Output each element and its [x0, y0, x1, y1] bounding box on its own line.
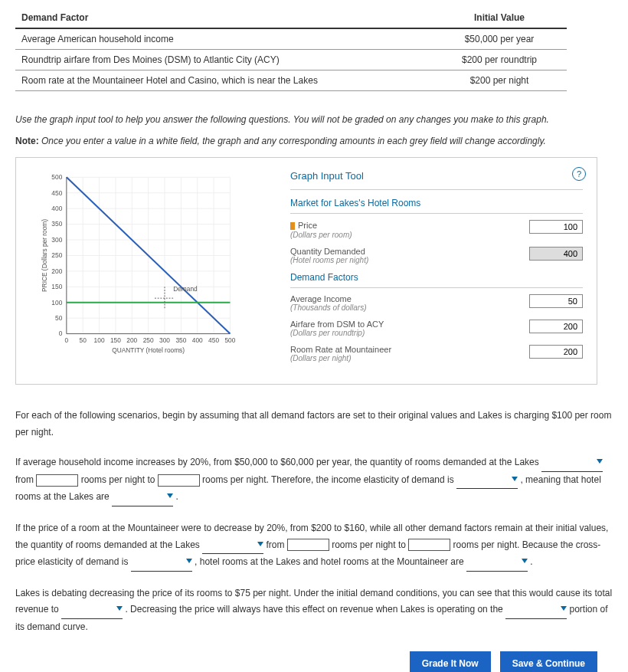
quantity-output: [529, 247, 583, 261]
svg-text:450: 450: [208, 336, 219, 344]
svg-text:300: 300: [51, 236, 62, 244]
svg-text:250: 250: [143, 336, 154, 344]
demand-factors-table: Demand Factor Initial Value Average Amer…: [15, 8, 567, 91]
airfare-input[interactable]: [529, 320, 583, 333]
q1-direction-dropdown[interactable]: [541, 454, 603, 472]
tool-title: Graph Input Tool: [290, 170, 583, 190]
q1-elasticity-dropdown[interactable]: [456, 472, 518, 490]
svg-text:100: 100: [94, 336, 105, 344]
q3-portion-dropdown[interactable]: [505, 602, 567, 619]
q2-relation-dropdown[interactable]: [466, 554, 528, 572]
q1-to-input[interactable]: [158, 474, 200, 487]
demand-series-label: Demand: [173, 285, 198, 293]
question-2: If the price of a room at the Mountainee…: [15, 520, 613, 572]
svg-text:200: 200: [51, 267, 62, 275]
button-row: Grade It Now Save & Continue Continue wi…: [15, 651, 597, 672]
svg-text:500: 500: [51, 173, 62, 181]
svg-text:400: 400: [192, 336, 203, 344]
airfare-row: Airfare from DSM to ACY (Dollars per rou…: [290, 320, 583, 337]
svg-text:0: 0: [59, 329, 63, 337]
price-input[interactable]: [529, 220, 583, 234]
demand-section-label: Demand Factors: [290, 272, 583, 288]
q2-direction-dropdown[interactable]: [202, 537, 263, 555]
q2-to-input[interactable]: [408, 539, 450, 551]
roomrate-row: Room Rate at Mountaineer (Dollars per ni…: [290, 345, 583, 362]
svg-text:450: 450: [51, 189, 62, 197]
header-value: Initial Value: [438, 12, 561, 23]
svg-text:350: 350: [51, 220, 62, 228]
demand-chart[interactable]: 0 50 100 150 200 250 300 350 400 450 500…: [30, 170, 260, 369]
svg-text:250: 250: [51, 251, 62, 259]
scenario-intro: For each of the following scenarios, beg…: [15, 408, 613, 441]
x-axis-label: QUANTITY (Hotel rooms): [112, 346, 185, 354]
q2-elasticity-dropdown[interactable]: [131, 554, 192, 572]
q1-from-input[interactable]: [36, 474, 78, 487]
chart-area: 0 50 100 150 200 250 300 350 400 450 500…: [30, 170, 275, 372]
svg-text:0: 0: [65, 336, 69, 344]
header-factor: Demand Factor: [21, 12, 438, 23]
table-row: Room rate at the Mountaineer Hotel and C…: [15, 70, 567, 91]
table-row: Average American household income $50,00…: [15, 29, 567, 50]
roomrate-input[interactable]: [529, 345, 583, 359]
svg-text:150: 150: [51, 283, 62, 290]
grade-button[interactable]: Grade It Now: [410, 651, 491, 672]
price-indicator-icon: [290, 222, 295, 230]
income-row: Average Income (Thousands of dollars): [290, 294, 583, 312]
question-1: If average household income increases by…: [15, 454, 613, 506]
q3-revenue-dropdown[interactable]: [61, 602, 123, 619]
svg-text:200: 200: [126, 336, 137, 344]
question-3: Lakes is debating decreasing the price o…: [15, 585, 613, 636]
svg-text:500: 500: [224, 336, 235, 344]
save-continue-button[interactable]: Save & Continue: [500, 651, 597, 672]
price-row: Price (Dollars per room): [290, 220, 583, 239]
svg-text:100: 100: [51, 299, 62, 306]
q1-goodtype-dropdown[interactable]: [112, 489, 173, 506]
svg-text:350: 350: [175, 336, 186, 344]
table-row: Roundtrip airfare from Des Moines (DSM) …: [15, 50, 567, 70]
tool-area: Graph Input Tool Market for Lakes's Hote…: [290, 170, 583, 372]
svg-text:50: 50: [55, 314, 63, 322]
svg-text:150: 150: [110, 336, 121, 344]
income-input[interactable]: [529, 294, 583, 308]
market-section-label: Market for Lakes's Hotel Rooms: [290, 198, 583, 214]
quantity-row: Quantity Demanded (Hotel rooms per night…: [290, 247, 583, 264]
q2-from-input[interactable]: [287, 539, 329, 551]
svg-text:400: 400: [51, 205, 62, 212]
y-axis-label: PRICE (Dollars per room): [41, 219, 48, 292]
table-header-row: Demand Factor Initial Value: [15, 8, 567, 29]
svg-text:300: 300: [159, 336, 170, 344]
svg-text:50: 50: [80, 336, 87, 344]
graph-input-tool-panel: ?: [15, 157, 597, 385]
instructions-line: Use the graph input tool to help you ans…: [15, 114, 613, 125]
instructions-note: Note: Once you enter a value in a white …: [15, 136, 613, 146]
help-icon[interactable]: ?: [572, 167, 586, 181]
